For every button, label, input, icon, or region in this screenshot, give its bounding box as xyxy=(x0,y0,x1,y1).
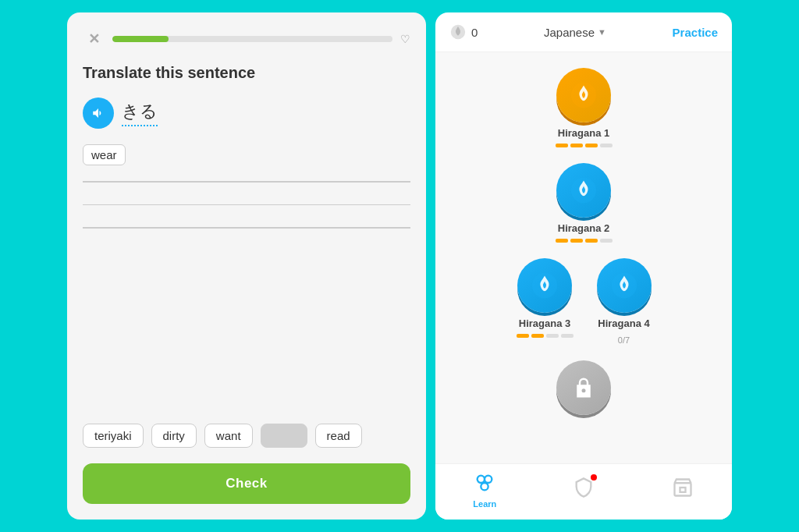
check-button[interactable]: Check xyxy=(83,463,410,504)
lesson-row-3-4: Hiragana 3 Hiragana 40/7 xyxy=(517,258,652,345)
word-chip-3[interactable] xyxy=(261,424,307,448)
word-chip-1[interactable]: dirty xyxy=(151,424,197,448)
progress-seg-0 xyxy=(556,239,568,243)
exercise-title: Translate this sentence xyxy=(83,64,410,82)
lesson-circle-hiragana1[interactable] xyxy=(556,68,611,122)
answer-line-2 xyxy=(83,204,410,206)
word-chip-0[interactable]: teriyaki xyxy=(83,424,144,448)
word-chip-2[interactable]: want xyxy=(204,424,253,448)
word-bank: teriyakidirtywant read xyxy=(83,416,410,448)
progress-bar-container xyxy=(112,36,392,42)
nav-shield[interactable] xyxy=(556,477,611,504)
svg-rect-8 xyxy=(674,483,691,495)
progress-seg-0 xyxy=(556,144,568,147)
progress-bar-fill xyxy=(112,36,169,42)
svg-point-7 xyxy=(481,483,488,490)
lesson-hiragana4: Hiragana 40/7 xyxy=(597,258,652,345)
nav-shield-icon-wrapper xyxy=(573,477,595,502)
svg-point-6 xyxy=(485,476,492,483)
answer-line-3 xyxy=(83,227,410,229)
svg-point-5 xyxy=(478,476,485,483)
answer-line-1 xyxy=(83,181,410,183)
shield-badge xyxy=(591,474,597,481)
flame-icon xyxy=(570,176,598,204)
word-chip-4[interactable]: read xyxy=(315,424,362,448)
lessons-header: 0 Japanese ▼ Practice xyxy=(435,12,732,52)
learn-icon xyxy=(474,472,495,494)
language-selector[interactable]: Japanese ▼ xyxy=(544,26,606,39)
lessons-area: Hiragana 1 Hiragana 2 Hiragana 3 Hiragan… xyxy=(435,52,732,463)
shop-icon xyxy=(672,477,694,498)
progress-seg-1 xyxy=(570,144,583,147)
flame-icon xyxy=(531,271,559,300)
practice-button[interactable]: Practice xyxy=(673,26,718,39)
streak-area: 0 xyxy=(449,23,478,41)
bottom-nav: Learn xyxy=(435,463,732,520)
progress-seg-3 xyxy=(600,239,613,243)
streak-count: 0 xyxy=(471,26,478,39)
fire-icon xyxy=(449,23,467,41)
answer-area: wear xyxy=(83,144,410,416)
exercise-header: ✕ ♡ xyxy=(83,28,410,50)
lesson-label-hiragana4: Hiragana 4 xyxy=(598,317,649,329)
speaker-button[interactable] xyxy=(83,98,114,129)
lesson-label-hiragana3: Hiragana 3 xyxy=(519,317,570,329)
nav-shop[interactable] xyxy=(655,477,710,504)
nav-shop-icon-wrapper xyxy=(672,477,694,502)
exercise-panel: ✕ ♡ Translate this sentence きる wear teri… xyxy=(67,12,426,520)
progress-seg-1 xyxy=(531,334,544,338)
chevron-down-icon: ▼ xyxy=(598,27,606,37)
lesson-progress-hiragana1 xyxy=(556,144,613,147)
progress-seg-1 xyxy=(570,239,583,243)
lesson-label-hiragana1: Hiragana 1 xyxy=(558,127,609,139)
heart-icon: ♡ xyxy=(400,33,410,45)
nav-learn[interactable]: Learn xyxy=(457,472,512,509)
progress-seg-2 xyxy=(585,144,598,147)
lesson-locked xyxy=(556,360,611,415)
app-container: ✕ ♡ Translate this sentence きる wear teri… xyxy=(67,12,732,520)
japanese-row: きる xyxy=(83,98,410,129)
progress-seg-2 xyxy=(585,239,598,243)
nav-learn-label: Learn xyxy=(473,499,496,509)
lesson-hiragana2: Hiragana 2 xyxy=(556,163,613,243)
flame-icon xyxy=(610,271,638,300)
lesson-circle-hiragana3[interactable] xyxy=(517,258,572,313)
flame-icon xyxy=(570,81,598,109)
speaker-icon xyxy=(91,106,105,120)
svg-rect-9 xyxy=(680,488,685,492)
lesson-hiragana1: Hiragana 1 xyxy=(556,68,613,147)
progress-seg-3 xyxy=(561,334,574,338)
lock-icon xyxy=(572,376,595,399)
nav-learn-icon-wrapper xyxy=(474,472,495,497)
progress-seg-2 xyxy=(546,334,559,338)
lesson-circle-hiragana4[interactable] xyxy=(597,258,652,313)
lesson-label-hiragana2: Hiragana 2 xyxy=(558,222,609,234)
lesson-progress-count-hiragana4: 0/7 xyxy=(618,335,630,345)
progress-seg-3 xyxy=(600,144,613,147)
lesson-circle-hiragana2[interactable] xyxy=(556,163,611,218)
close-button[interactable]: ✕ xyxy=(83,28,105,50)
progress-seg-0 xyxy=(517,334,529,338)
lesson-locked-circle[interactable] xyxy=(556,360,611,415)
japanese-text: きる xyxy=(122,100,158,126)
lesson-hiragana3: Hiragana 3 xyxy=(517,258,574,338)
lessons-panel: 0 Japanese ▼ Practice Hiragana 1 Hiragan… xyxy=(435,12,732,520)
lesson-progress-hiragana2 xyxy=(556,239,613,243)
answer-word: wear xyxy=(83,144,126,165)
language-label: Japanese xyxy=(544,26,595,39)
lesson-progress-hiragana3 xyxy=(517,334,574,338)
